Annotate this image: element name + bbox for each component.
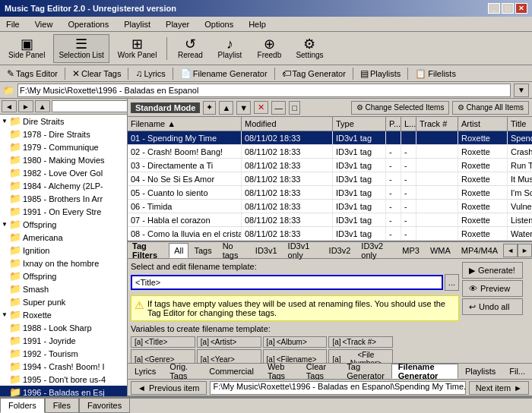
col-modified[interactable]: Modified [242, 117, 333, 131]
generate-button[interactable]: ▶ Generate! [462, 262, 523, 279]
var-title[interactable]: [a] <Title> [131, 336, 195, 348]
tree-item-1982[interactable]: 📁 1982 - Love Over Gol [0, 166, 127, 179]
wv-tab-commercial[interactable]: Commercial [202, 364, 261, 379]
var-filenumber[interactable]: [a] <File Number> [328, 349, 393, 363]
playlists-button[interactable]: ▤ Playlists [356, 67, 404, 80]
tree-item-1979[interactable]: 📁 1979 - Communique [0, 140, 127, 153]
mode-down-button[interactable]: ▼ [236, 101, 251, 115]
tree-item-americana[interactable]: 📁 Americana [0, 231, 127, 244]
col-filename[interactable]: Filename ▲ [128, 117, 242, 131]
tag-filter-wma[interactable]: WMA [425, 243, 456, 258]
tag-filter-mp3[interactable]: MP3 [397, 243, 425, 258]
tree-item-1992[interactable]: 📁 1992 - Tourism [0, 347, 127, 360]
settings-button[interactable]: ⚙ Settings [290, 34, 328, 63]
filename-generator-toolbar-button[interactable]: 📄 Filename Generator [176, 67, 271, 80]
tag-filter-id3v1[interactable]: ID3v1 [250, 243, 283, 258]
close-button[interactable]: ✕ [515, 3, 527, 14]
selection-list-button[interactable]: ☰ Selection List [53, 34, 109, 63]
playlist-button[interactable]: ♪ Playlist [211, 34, 248, 63]
tree-item-superpunk[interactable]: 📁 Super punk [0, 295, 127, 308]
tag-filters-prev[interactable]: ◄ [503, 244, 518, 257]
lyrics-button[interactable]: ♫ Lyrics [131, 67, 169, 80]
change-all-button[interactable]: ⚙ Change All Items [452, 101, 529, 115]
col-title[interactable]: Title [508, 117, 532, 131]
mode-dash-button[interactable]: — [271, 101, 286, 115]
folder-tab-folders[interactable]: Folders [0, 398, 45, 413]
wv-tab-fil[interactable]: Fil... [502, 364, 532, 379]
tree-item-roxette[interactable]: ▼📁 Roxette [0, 308, 127, 321]
tag-filter-no-tags[interactable]: No tags [217, 243, 250, 258]
wv-tab-clear-tags[interactable]: Clear Tags [299, 364, 340, 379]
window-controls[interactable]: _ □ ✕ [488, 3, 527, 14]
tree-item-1980[interactable]: 📁 1980 - Making Movies [0, 153, 127, 166]
tag-filter-mp4[interactable]: MP4/M4A [456, 243, 503, 258]
clear-tags-button[interactable]: ✕ Clear Tags [68, 67, 125, 80]
var-year[interactable]: [a] <Year> [197, 349, 261, 363]
prev-item-button[interactable]: ◄ Previous item [131, 381, 207, 395]
path-go-button[interactable]: ▼ [514, 84, 529, 97]
mode-x-button[interactable]: ✕ [254, 101, 268, 114]
tree-search-input[interactable] [52, 100, 128, 112]
menu-player[interactable]: Player [163, 19, 192, 30]
wv-tab-filename-gen[interactable]: Filename Generator [391, 364, 458, 379]
tree-item-1991-r[interactable]: 📁 1991 - Joyride [0, 334, 127, 347]
tag-filter-id3v1-only[interactable]: ID3v1 only [283, 243, 324, 258]
maximize-button[interactable]: □ [502, 3, 514, 14]
wv-tab-web-tags[interactable]: Web Tags [261, 364, 299, 379]
tree-item-1995[interactable]: 📁 1995 - Don't bore us-4 [0, 373, 127, 386]
reread-button[interactable]: ↺ Reread [172, 34, 208, 63]
file-row-1[interactable]: 01 - Spending My Time 08/11/02 18:33 ID3… [128, 131, 532, 145]
tree-up-button[interactable]: ▲ [35, 100, 50, 112]
menu-playlist[interactable]: Playlist [121, 19, 154, 30]
tree-item-1978[interactable]: 📁 1978 - Dire Straits [0, 128, 127, 140]
tag-filter-id3v2-only[interactable]: ID3v2 only [356, 243, 397, 258]
template-edit-button[interactable]: ... [445, 274, 459, 291]
tags-editor-button[interactable]: ✎ Tags Editor [3, 67, 62, 80]
tree-item-1984[interactable]: 📁 1984 - Alchemy (2LP- [0, 179, 127, 192]
var-track[interactable]: [a] <Track #> [328, 336, 393, 348]
var-artist[interactable]: [a] <Artist> [197, 336, 261, 348]
tree-item-1988[interactable]: 📁 1988 - Look Sharp [0, 321, 127, 334]
tree-item-offspring[interactable]: ▼📁 Offspring [0, 218, 127, 231]
next-item-button[interactable]: Next item ► [469, 381, 529, 395]
file-row-5[interactable]: 05 - Cuanto lo siento 08/11/02 18:33 ID3… [128, 186, 532, 200]
filelists-button[interactable]: 📋 Filelists [411, 67, 460, 80]
mode-expand-button[interactable]: □ [289, 101, 300, 115]
menu-file[interactable]: File [3, 19, 23, 30]
tag-generator-button[interactable]: 🏷 Tag Generator [278, 67, 350, 80]
tree-back-button[interactable]: ◄ [2, 100, 17, 112]
file-row-6[interactable]: 06 - Timida 08/11/02 18:33 ID3v1 tag - -… [128, 200, 532, 213]
tag-filter-id3v2[interactable]: ID3v2 [324, 243, 356, 258]
wv-tab-playlists[interactable]: Playlists [458, 364, 502, 379]
tag-filter-tags[interactable]: Tags [188, 243, 217, 258]
tag-filter-all[interactable]: All [169, 243, 188, 258]
folder-tab-favorites[interactable]: Favorites [79, 398, 130, 413]
tree-item-ignition[interactable]: 📁 Ignition [0, 244, 127, 257]
undo-all-button[interactable]: ↩ Undo all [462, 298, 523, 315]
tree-item-1994[interactable]: 📁 1994 - Crash! Boom! I [0, 360, 127, 373]
work-panel-button[interactable]: ⊞ Work Panel [112, 34, 163, 63]
col-l[interactable]: L... [401, 117, 416, 131]
col-track[interactable]: Track # [416, 117, 458, 131]
var-genre[interactable]: [a] <Genre> [131, 349, 195, 363]
change-selected-button[interactable]: ⚙ Change Selected Items [351, 101, 449, 115]
menu-view[interactable]: View [32, 19, 56, 30]
var-album[interactable]: [a] <Album> [263, 336, 328, 348]
tree-item-1985[interactable]: 📁 1985 - Brothers In Arr [0, 192, 127, 205]
col-p[interactable]: P... [386, 117, 401, 131]
wv-tab-lyrics[interactable]: Lyrics [128, 364, 163, 379]
mode-star-button[interactable]: ✦ [203, 101, 216, 115]
tree-item-ixnay[interactable]: 📁 Ixnay on the hombre [0, 257, 127, 270]
mode-up-button[interactable]: ▲ [219, 101, 233, 115]
menu-operations[interactable]: Operations [65, 19, 112, 30]
file-row-8[interactable]: 08 - Como la lluvia en el cristal 08/11/… [128, 227, 532, 241]
preview-button[interactable]: 👁 Preview [462, 280, 523, 297]
tree-item-smash[interactable]: 📁 Smash [0, 282, 127, 295]
wv-tab-orig-tags[interactable]: Orig. Tags [163, 364, 202, 379]
folder-tab-files[interactable]: Files [45, 398, 79, 413]
freedb-button[interactable]: ⊕ Freedb [251, 34, 287, 63]
side-panel-button[interactable]: ▣ Side Panel [3, 34, 50, 63]
file-row-2[interactable]: 02 - Crash! Boom! Bang! 08/11/02 18:33 I… [128, 145, 532, 159]
tree-item-1991-ds[interactable]: 📁 1991 - On Every Stre [0, 205, 127, 218]
tree-item-dire-straits[interactable]: ▼📁 Dire Straits [0, 115, 127, 128]
